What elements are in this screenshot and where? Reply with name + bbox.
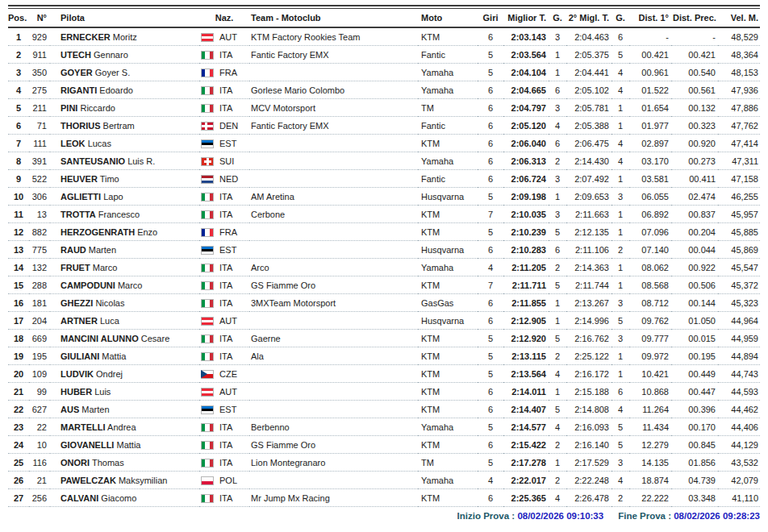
table-row: 18 669 MANCINI ALUNNO Cesare ITA Gaerne … bbox=[8, 330, 760, 347]
rider-firstname: Goyer S. bbox=[95, 68, 130, 77]
best-lap-cell: 5 bbox=[549, 330, 566, 347]
second-time-cell: 2:26.478 bbox=[566, 489, 611, 507]
position-cell: 22 bbox=[8, 401, 29, 418]
team-cell bbox=[249, 64, 418, 81]
rider-number-cell: 13 bbox=[29, 206, 50, 223]
rider-number-cell: 211 bbox=[29, 99, 50, 117]
table-row: 19 195 GIULIANI Mattia ITA Ala KTM 5 2:1… bbox=[8, 347, 760, 365]
best-time-cell: 2:13.115 bbox=[503, 347, 549, 365]
moto-cell: GasGas bbox=[418, 294, 478, 312]
rider-firstname: Cesare bbox=[141, 334, 169, 343]
rider-firstname: Marco bbox=[93, 263, 118, 272]
laps-cell: 5 bbox=[478, 365, 503, 383]
col-header-moto: Moto bbox=[418, 10, 478, 27]
table-row: 9 522 HEUVER Timo NED Fantic 6 2:06.724 … bbox=[8, 170, 760, 188]
moto-cell: Fantic bbox=[418, 46, 478, 64]
gap-to-prev-cell: 00.044 bbox=[671, 241, 718, 259]
nationality-flag-icon bbox=[201, 51, 214, 60]
table-row: 26 21 PAWELCZAK Maksymilian POL Yamaha 4… bbox=[8, 472, 760, 489]
rider-name-cell: LUDVIK Ondrej bbox=[50, 365, 199, 383]
second-time-cell: 2:09.653 bbox=[566, 188, 611, 206]
rider-number-cell: 22 bbox=[29, 418, 50, 436]
position-cell: 7 bbox=[8, 135, 29, 152]
moto-cell: TM bbox=[418, 454, 478, 472]
nationality-flag-icon bbox=[201, 423, 214, 432]
laps-cell: 6 bbox=[478, 152, 503, 170]
team-cell: GS Fiamme Oro bbox=[249, 276, 418, 294]
best-lap-cell: 6 bbox=[549, 81, 566, 99]
best-lap-cell: 6 bbox=[549, 135, 566, 152]
nationality-flag-icon bbox=[201, 476, 214, 485]
nationality-flag-icon bbox=[201, 175, 214, 184]
session-end: Fine Prova : 08/02/2026 09:28:23 bbox=[618, 511, 760, 521]
avg-speed-cell: 45,957 bbox=[718, 206, 760, 223]
best-time-cell: 2:10.283 bbox=[503, 241, 549, 259]
gap-to-prev-cell: - bbox=[671, 27, 718, 46]
table-row: 11 13 TROTTA Francesco ITA Cerbone KTM 7… bbox=[8, 206, 760, 223]
gap-to-prev-cell: 00.447 bbox=[671, 383, 718, 401]
best-time-cell: 2:03.143 bbox=[503, 27, 549, 46]
second-lap-cell: 4 bbox=[611, 152, 629, 170]
rider-name-cell: GOYER Goyer S. bbox=[50, 64, 199, 81]
laps-cell: 5 bbox=[478, 46, 503, 64]
laps-cell: 5 bbox=[478, 347, 503, 365]
col-header-best-lap: G. bbox=[549, 10, 566, 27]
rider-number-cell: 10 bbox=[29, 436, 50, 454]
nationality-code: ITA bbox=[219, 85, 232, 95]
gap-to-prev-cell: 00.540 bbox=[671, 64, 718, 81]
gap-to-leader-cell: 01.654 bbox=[629, 99, 671, 117]
second-lap-cell: 5 bbox=[611, 418, 629, 436]
rider-number-cell: 71 bbox=[29, 117, 50, 135]
team-cell bbox=[249, 401, 418, 418]
table-row: 12 882 HERZOGENRATH Enzo FRA KTM 5 2:10.… bbox=[8, 223, 760, 241]
moto-cell: KTM bbox=[418, 27, 478, 46]
rider-number-cell: 911 bbox=[29, 46, 50, 64]
second-time-cell: 2:22.248 bbox=[566, 472, 611, 489]
gap-to-prev-cell: 00.506 bbox=[671, 276, 718, 294]
gap-to-prev-cell: 00.421 bbox=[671, 46, 718, 64]
moto-cell: Husqvarna bbox=[418, 312, 478, 330]
rider-name-cell: ARTNER Luca bbox=[50, 312, 199, 330]
table-row: 4 275 RIGANTI Edoardo ITA Gorlese Mario … bbox=[8, 81, 760, 99]
nationality-flag-icon bbox=[201, 405, 214, 414]
rider-number-cell: 522 bbox=[29, 170, 50, 188]
nationality-code: AUT bbox=[219, 32, 237, 42]
laps-cell: 6 bbox=[478, 436, 503, 454]
rider-surname: GIOVANELLI bbox=[61, 440, 114, 450]
rider-surname: SANTEUSANIO bbox=[61, 156, 125, 166]
position-cell: 19 bbox=[8, 347, 29, 365]
best-lap-cell: 1 bbox=[549, 46, 566, 64]
gap-to-leader-cell: 09.777 bbox=[629, 330, 671, 347]
second-lap-cell: 1 bbox=[611, 276, 629, 294]
avg-speed-cell: 47,936 bbox=[718, 81, 760, 99]
rider-number-cell: 775 bbox=[29, 241, 50, 259]
nationality-cell: SUI bbox=[199, 152, 249, 170]
table-row: 3 350 GOYER Goyer S. FRA Yamaha 5 2:04.1… bbox=[8, 64, 760, 81]
avg-speed-cell: 43,532 bbox=[718, 454, 760, 472]
rider-number-cell: 288 bbox=[29, 276, 50, 294]
moto-cell: KTM bbox=[418, 206, 478, 223]
moto-cell: KTM bbox=[418, 135, 478, 152]
best-time-cell: 2:09.198 bbox=[503, 188, 549, 206]
nationality-cell: EST bbox=[199, 241, 249, 259]
rider-number-cell: 21 bbox=[29, 472, 50, 489]
rider-surname: LEOK bbox=[61, 139, 86, 148]
nationality-cell: CZE bbox=[199, 365, 249, 383]
nationality-code: ITA bbox=[219, 298, 232, 308]
col-header-naz: Naz. bbox=[199, 10, 249, 27]
nationality-flag-icon bbox=[201, 370, 214, 379]
nationality-code: AUT bbox=[219, 387, 237, 397]
team-cell: Ala bbox=[249, 347, 418, 365]
position-cell: 17 bbox=[8, 312, 29, 330]
avg-speed-cell: 44,743 bbox=[718, 365, 760, 383]
rider-number-cell: 882 bbox=[29, 223, 50, 241]
nationality-code: EST bbox=[219, 245, 236, 255]
nationality-code: ITA bbox=[219, 458, 232, 468]
nationality-code: AUT bbox=[219, 316, 237, 326]
rider-surname: GHEZZI bbox=[61, 298, 93, 308]
table-row: 1 929 ERNECKER Moritz AUT KTM Factory Ro… bbox=[8, 27, 760, 46]
avg-speed-cell: 45,372 bbox=[718, 276, 760, 294]
best-time-cell: 2:06.040 bbox=[503, 135, 549, 152]
rider-name-cell: LEOK Lucas bbox=[50, 135, 199, 152]
avg-speed-cell: 41,110 bbox=[718, 489, 760, 507]
